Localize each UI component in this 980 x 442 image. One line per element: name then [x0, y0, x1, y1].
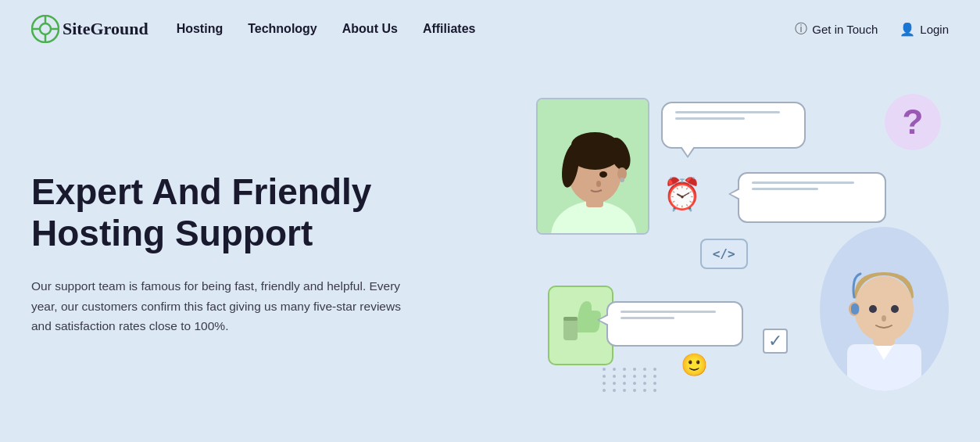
hero-illustration: ? ⏰ </> [536, 90, 949, 419]
support-agent-svg [820, 227, 949, 391]
checkmark-icon: ✓ [763, 329, 788, 354]
svg-point-15 [620, 178, 624, 182]
dots-pattern [603, 368, 660, 392]
hero-description: Our support team is famous for being fas… [31, 276, 406, 336]
code-tag-text: </> [713, 246, 735, 261]
svg-rect-19 [563, 317, 578, 321]
question-mark-text: ? [903, 102, 924, 142]
nav-links: Hosting Technology About Us Affiliates [177, 22, 796, 36]
code-bubble: </> [700, 239, 748, 269]
question-circle-icon: ⓘ [795, 21, 807, 38]
support-person-circle [820, 227, 949, 391]
get-in-touch-link[interactable]: ⓘ Get in Touch [795, 21, 878, 38]
svg-point-28 [891, 305, 899, 313]
svg-point-24 [854, 276, 914, 342]
svg-rect-26 [851, 304, 859, 314]
speech-bubble-lower [606, 301, 743, 347]
person-woman-card [536, 98, 649, 235]
woman-illustration [538, 99, 649, 235]
speech-bubble-middle [738, 172, 886, 223]
user-circle-icon: 👤 [900, 22, 915, 37]
svg-point-27 [869, 305, 877, 313]
clock-icon: ⏰ [663, 176, 702, 213]
speech-bubble-question [661, 102, 806, 149]
smiley-icon: 🙂 [681, 352, 708, 378]
logo-icon [31, 15, 59, 43]
nav-about-us[interactable]: About Us [342, 22, 398, 35]
nav-technology[interactable]: Technology [248, 22, 317, 35]
svg-point-16 [599, 171, 607, 178]
login-link[interactable]: 👤 Login [900, 22, 949, 37]
nav-affiliates[interactable]: Affiliates [423, 22, 476, 35]
hero-text: Expert And Friendly Hosting Support Our … [31, 171, 536, 336]
nav-hosting[interactable]: Hosting [177, 22, 224, 35]
logo-text: SiteGround [63, 19, 148, 39]
question-mark-bubble: ? [885, 94, 941, 150]
svg-point-17 [596, 181, 601, 187]
navbar: SiteGround Hosting Technology About Us A… [0, 0, 980, 58]
main-content: Expert And Friendly Hosting Support Our … [0, 58, 980, 442]
svg-point-1 [40, 23, 51, 34]
svg-point-29 [882, 315, 886, 322]
hero-title: Expert And Friendly Hosting Support [31, 171, 505, 254]
logo-link[interactable]: SiteGround [31, 15, 148, 43]
nav-right: ⓘ Get in Touch 👤 Login [795, 21, 949, 38]
